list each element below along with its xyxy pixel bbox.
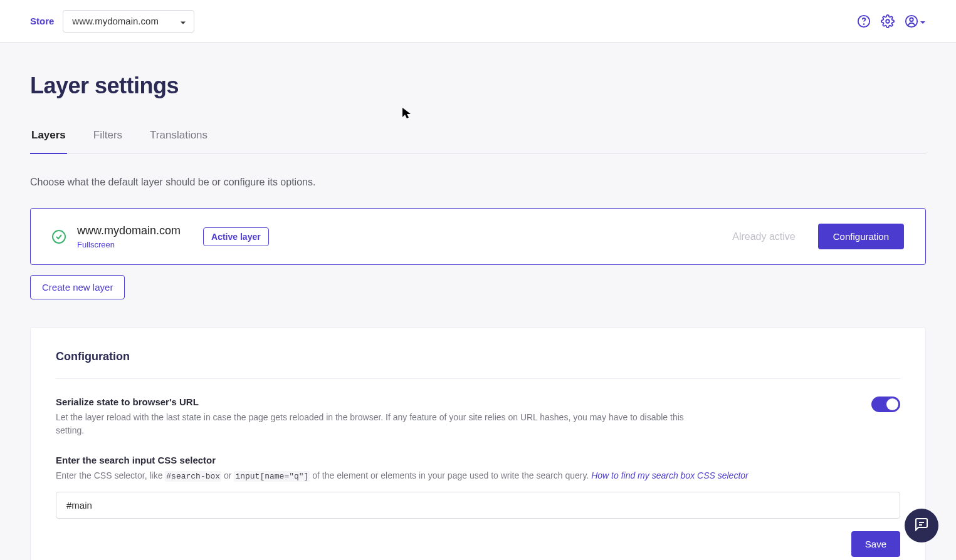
chat-icon <box>914 517 929 534</box>
gear-icon[interactable] <box>881 14 895 28</box>
serialize-toggle[interactable] <box>871 397 900 412</box>
layer-name-wrap: www.mydomain.com Fullscreen <box>77 224 181 249</box>
user-menu[interactable] <box>905 14 926 28</box>
configuration-panel: Configuration Serialize state to browser… <box>30 327 926 560</box>
user-icon <box>905 14 918 28</box>
configuration-panel-title: Configuration <box>56 350 900 379</box>
selector-setting-description: Enter the CSS selector, like #search-box… <box>56 469 900 483</box>
page-title: Layer settings <box>30 73 926 99</box>
caret-down-icon <box>920 16 926 27</box>
serialize-setting-description: Let the layer reload with the last state… <box>56 411 714 437</box>
tab-translations[interactable]: Translations <box>149 129 209 154</box>
serialize-setting-text: Serialize state to browser's URL Let the… <box>56 397 714 437</box>
app-header: Store www.mydomain.com <box>0 0 956 43</box>
tab-filters[interactable]: Filters <box>92 129 123 154</box>
store-label: Store <box>30 16 54 26</box>
helper-text: Choose what the default layer should be … <box>30 177 926 188</box>
selector-desc-mid: or <box>221 470 234 480</box>
selector-help-link[interactable]: How to find my search box CSS selector <box>591 470 749 480</box>
svg-point-1 <box>864 24 864 24</box>
toggle-knob <box>886 398 898 410</box>
save-button[interactable]: Save <box>851 531 900 557</box>
layer-card-left: www.mydomain.com Fullscreen Active layer <box>52 224 269 249</box>
save-row: Save <box>56 531 900 557</box>
selector-setting: Enter the search input CSS selector Ente… <box>56 455 900 519</box>
create-new-layer-button[interactable]: Create new layer <box>30 275 125 299</box>
active-layer-badge: Active layer <box>203 227 269 246</box>
svg-point-2 <box>886 19 890 23</box>
configuration-button[interactable]: Configuration <box>818 224 904 249</box>
store-selector[interactable]: www.mydomain.com <box>63 10 194 33</box>
help-icon[interactable] <box>857 14 871 28</box>
header-left: Store www.mydomain.com <box>30 10 194 33</box>
selector-desc-prefix: Enter the CSS selector, like <box>56 470 165 480</box>
layer-card-right: Already active Configuration <box>732 224 904 249</box>
serialize-setting-row: Serialize state to browser's URL Let the… <box>56 397 900 437</box>
main-content: Layer settings Layers Filters Translatio… <box>0 43 956 560</box>
layer-card: www.mydomain.com Fullscreen Active layer… <box>30 208 926 265</box>
store-selector-value: www.mydomain.com <box>72 16 159 26</box>
layer-name: www.mydomain.com <box>77 224 181 237</box>
tab-layers[interactable]: Layers <box>30 129 67 154</box>
selector-code-example-1: #search-box <box>165 471 221 482</box>
already-active-text: Already active <box>732 231 796 242</box>
header-right <box>857 14 926 28</box>
tabs: Layers Filters Translations <box>30 129 926 154</box>
check-circle-icon <box>52 230 66 244</box>
selector-setting-label: Enter the search input CSS selector <box>56 455 900 465</box>
svg-point-4 <box>910 18 913 21</box>
layer-subtype[interactable]: Fullscreen <box>77 240 181 249</box>
selector-code-example-2: input[name="q"] <box>234 471 310 482</box>
chat-fab[interactable] <box>905 509 938 542</box>
caret-down-icon <box>180 16 186 26</box>
css-selector-input[interactable] <box>56 492 900 519</box>
serialize-setting-label: Serialize state to browser's URL <box>56 397 714 407</box>
selector-desc-suffix: of the element or elements in your page … <box>310 470 591 480</box>
